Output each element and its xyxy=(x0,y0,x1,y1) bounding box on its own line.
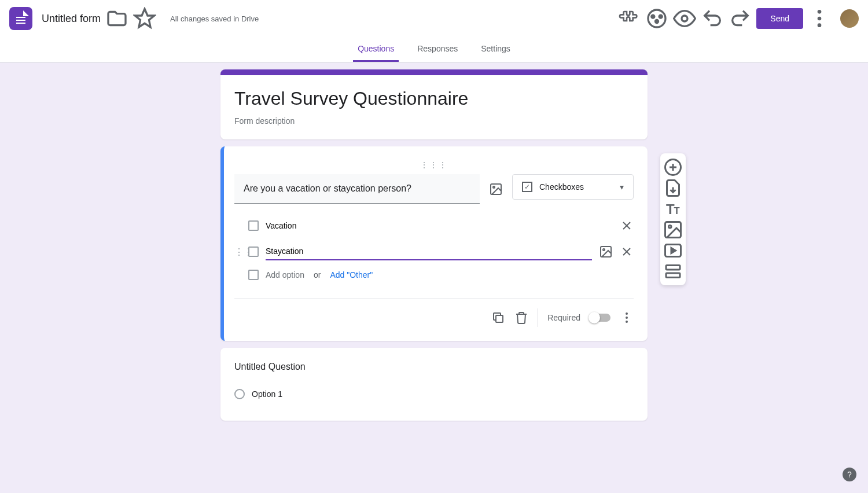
svg-point-20 xyxy=(669,226,672,229)
form-name[interactable]: Untitled form xyxy=(42,13,101,25)
tab-settings[interactable]: Settings xyxy=(476,37,515,62)
option-row-2: ⋮⋮ xyxy=(234,238,634,265)
form-title[interactable]: Travel Survey Questionnaire xyxy=(234,88,634,109)
remove-option-icon[interactable] xyxy=(620,245,634,259)
add-image-icon[interactable] xyxy=(489,182,503,196)
question-type-label: Checkboxes xyxy=(539,182,584,192)
redo-icon[interactable] xyxy=(729,7,752,30)
addons-icon[interactable] xyxy=(617,7,641,30)
svg-point-2 xyxy=(659,15,662,18)
import-questions-icon[interactable] xyxy=(663,178,683,198)
star-icon[interactable] xyxy=(133,7,156,30)
add-video-icon[interactable] xyxy=(663,240,683,261)
preview-icon[interactable] xyxy=(673,7,696,30)
app-header: Untitled form All changes saved in Drive… xyxy=(0,0,868,37)
add-section-icon[interactable] xyxy=(663,261,683,282)
svg-text:T: T xyxy=(674,205,680,216)
side-toolbar: TT xyxy=(660,153,686,285)
option-input-1[interactable] xyxy=(266,218,613,234)
svg-rect-23 xyxy=(666,273,680,278)
divider xyxy=(538,308,538,327)
svg-point-4 xyxy=(682,16,687,21)
or-text: or xyxy=(314,270,321,279)
duplicate-icon[interactable] xyxy=(491,311,505,325)
option-checkbox xyxy=(248,270,259,280)
svg-point-11 xyxy=(603,249,605,251)
question-card-2[interactable]: Untitled Question Option 1 xyxy=(220,348,648,421)
option-image-icon[interactable] xyxy=(599,245,613,259)
forms-logo[interactable] xyxy=(9,7,32,30)
add-option-row: Add option or Add "Other" xyxy=(234,265,634,285)
tab-responses[interactable]: Responses xyxy=(413,37,462,62)
add-question-icon[interactable] xyxy=(663,157,683,178)
svg-point-13 xyxy=(626,312,628,315)
move-to-folder-icon[interactable] xyxy=(105,7,128,30)
question-2-title: Untitled Question xyxy=(234,362,634,372)
required-label: Required xyxy=(547,313,580,322)
tabs: Questions Responses Settings xyxy=(0,37,868,62)
svg-point-5 xyxy=(818,10,822,14)
svg-point-1 xyxy=(652,15,654,18)
svg-point-7 xyxy=(818,23,822,27)
option-row-1: ⋮⋮ xyxy=(234,213,634,238)
option-1-text: Option 1 xyxy=(252,386,634,402)
remove-option-icon[interactable] xyxy=(620,219,634,233)
theme-icon[interactable] xyxy=(645,7,668,30)
question-type-select[interactable]: Checkboxes ▾ xyxy=(512,174,634,200)
svg-point-14 xyxy=(626,317,628,319)
option-checkbox xyxy=(248,246,259,257)
option-drag-icon[interactable]: ⋮⋮ xyxy=(234,246,241,257)
svg-rect-12 xyxy=(496,315,503,322)
form-content: Travel Survey Questionnaire Form descrip… xyxy=(211,69,657,421)
add-image-icon[interactable] xyxy=(663,219,683,240)
question-title-input[interactable] xyxy=(234,174,480,204)
svg-rect-22 xyxy=(666,266,680,270)
more-icon[interactable] xyxy=(808,7,831,30)
required-toggle[interactable] xyxy=(590,314,610,322)
option-input-2[interactable] xyxy=(266,243,592,260)
delete-icon[interactable] xyxy=(514,311,528,325)
drag-handle-icon[interactable]: ⋮⋮⋮ xyxy=(234,160,634,170)
svg-point-15 xyxy=(626,321,628,323)
question-card-1: ⋮⋮⋮ Checkboxes ▾ ⋮⋮ ⋮⋮ xyxy=(220,146,648,341)
add-other-link[interactable]: Add "Other" xyxy=(330,270,373,279)
title-card[interactable]: Travel Survey Questionnaire Form descrip… xyxy=(220,69,648,139)
form-description[interactable]: Form description xyxy=(234,116,634,126)
send-button[interactable]: Send xyxy=(756,8,803,29)
option-checkbox xyxy=(248,220,259,231)
question-footer: Required xyxy=(234,299,634,327)
add-title-icon[interactable]: TT xyxy=(663,198,683,219)
svg-point-9 xyxy=(493,186,495,188)
option-radio xyxy=(234,389,245,399)
undo-icon[interactable] xyxy=(701,7,724,30)
svg-point-3 xyxy=(656,20,659,23)
tab-questions[interactable]: Questions xyxy=(353,37,399,62)
question-more-icon[interactable] xyxy=(620,311,634,325)
svg-point-6 xyxy=(818,17,822,21)
option-row: Option 1 xyxy=(234,381,634,407)
add-option-placeholder[interactable]: Add option xyxy=(266,270,304,279)
avatar[interactable] xyxy=(840,9,859,28)
save-status: All changes saved in Drive xyxy=(170,14,259,23)
checkbox-icon xyxy=(522,182,532,192)
svg-point-0 xyxy=(648,10,665,27)
chevron-down-icon: ▾ xyxy=(620,182,624,192)
